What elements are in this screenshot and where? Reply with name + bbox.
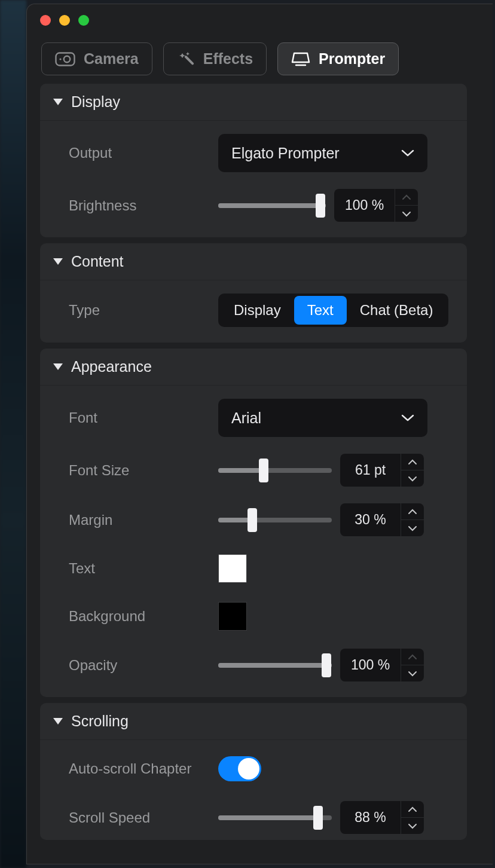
disclosure-triangle-icon [53,718,63,725]
opacity-value[interactable]: 100 % [340,649,401,681]
margin-value-spinner: 30 % [340,503,424,536]
autoscroll-row: Auto-scroll Chapter [69,753,449,784]
font-row: Font Arial [69,399,449,437]
autoscroll-toggle[interactable] [218,756,261,781]
prompter-icon [291,51,310,67]
margin-slider[interactable] [218,518,332,522]
font-label: Font [69,409,218,426]
settings-panel: Display Output Elgato Prompter Brightn [27,84,476,840]
scroll-speed-value-spinner: 88 % [340,801,424,834]
scroll-speed-value[interactable]: 88 % [340,801,401,834]
output-dropdown-value: Elgato Prompter [231,145,340,162]
margin-label: Margin [69,512,218,528]
font-size-value[interactable]: 61 pt [340,454,401,487]
section-display-body: Output Elgato Prompter Brightness [40,121,467,237]
tab-prompter-label: Prompter [319,50,385,68]
section-content-title: Content [71,253,124,270]
camera-icon [55,52,75,66]
type-label: Type [69,302,218,319]
section-scrolling-header[interactable]: Scrolling [40,703,467,740]
zoom-window-button[interactable] [78,15,89,26]
section-scrolling-body: Auto-scroll Chapter Scroll Speed [40,740,467,840]
section-appearance-body: Font Arial Font Size [40,386,467,697]
section-content: Content Type Display Text Chat (Beta) [40,243,467,343]
minimize-window-button[interactable] [59,15,70,26]
chevron-down-icon [401,414,414,421]
font-size-row: Font Size 61 pt [69,454,449,487]
section-display-header[interactable]: Display [40,84,467,121]
output-row: Output Elgato Prompter [69,134,449,172]
content-area: Camera Effects [27,36,493,864]
opacity-slider[interactable] [218,663,332,668]
font-size-value-spinner: 61 pt [340,454,424,487]
scroll-speed-label: Scroll Speed [69,809,218,826]
titlebar [27,4,493,36]
scroll-speed-step-up[interactable] [401,801,424,818]
scroll-speed-row: Scroll Speed 88 % [69,801,449,834]
wand-icon [177,51,195,68]
margin-step-down[interactable] [401,520,424,536]
chevron-down-icon [401,149,414,157]
segment-display[interactable]: Display [221,296,294,325]
disclosure-triangle-icon [53,258,63,265]
svg-point-1 [64,56,70,62]
disclosure-triangle-icon [53,363,63,370]
type-segmented-control: Display Text Chat (Beta) [218,294,448,327]
font-size-step-down[interactable] [401,470,424,487]
text-color-label: Text [69,560,218,577]
brightness-step-up[interactable] [395,189,418,206]
opacity-step-down[interactable] [401,665,424,681]
segment-text[interactable]: Text [294,296,347,325]
tab-camera-label: Camera [84,50,139,68]
section-content-header[interactable]: Content [40,243,467,280]
tab-camera[interactable]: Camera [41,42,152,75]
tab-prompter[interactable]: Prompter [277,42,399,75]
brightness-slider[interactable] [218,203,326,208]
font-size-slider[interactable] [218,468,332,473]
tab-effects-label: Effects [203,50,253,68]
brightness-label: Brightness [69,197,218,214]
desktop-backdrop [0,0,26,868]
output-label: Output [69,145,218,161]
section-display-title: Display [71,93,120,111]
background-color-row: Background [69,601,449,632]
section-scrolling: Scrolling Auto-scroll Chapter Scroll Spe… [40,703,467,840]
tab-effects[interactable]: Effects [163,42,267,75]
brightness-row: Brightness 100 % [69,189,449,222]
app-window: Camera Effects [26,4,493,864]
svg-rect-3 [184,55,194,65]
svg-point-2 [59,58,61,60]
autoscroll-label: Auto-scroll Chapter [69,760,218,777]
text-color-row: Text [69,553,449,584]
brightness-value[interactable]: 100 % [334,189,395,222]
segment-chat[interactable]: Chat (Beta) [347,296,447,325]
section-display: Display Output Elgato Prompter Brightn [40,84,467,237]
vertical-scrollbar[interactable] [476,91,482,863]
background-color-label: Background [69,608,218,625]
font-size-label: Font Size [69,462,218,479]
font-dropdown[interactable]: Arial [218,399,427,437]
top-tab-bar: Camera Effects [27,36,493,84]
font-dropdown-value: Arial [231,409,261,427]
scroll-speed-step-down[interactable] [401,818,424,834]
toggle-knob [238,758,259,780]
text-color-swatch[interactable] [218,554,247,583]
section-appearance-title: Appearance [71,358,152,375]
close-window-button[interactable] [40,15,51,26]
svg-rect-0 [56,53,75,65]
brightness-step-down[interactable] [395,206,418,222]
type-row: Type Display Text Chat (Beta) [69,294,449,327]
output-dropdown[interactable]: Elgato Prompter [218,134,427,172]
margin-step-up[interactable] [401,503,424,520]
section-content-body: Type Display Text Chat (Beta) [40,280,467,343]
section-appearance-header[interactable]: Appearance [40,349,467,386]
scroll-speed-slider[interactable] [218,815,332,820]
brightness-value-spinner: 100 % [334,189,418,222]
font-size-step-up[interactable] [401,454,424,470]
margin-value[interactable]: 30 % [340,503,401,536]
opacity-step-up[interactable] [401,649,424,665]
section-appearance: Appearance Font Arial Font Size [40,349,467,697]
opacity-label: Opacity [69,657,218,674]
background-color-swatch[interactable] [218,602,247,631]
section-scrolling-title: Scrolling [71,713,129,730]
